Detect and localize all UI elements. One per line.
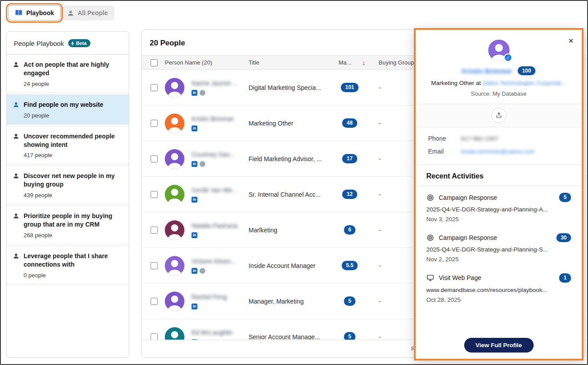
person-detail-panel-highlight: ✕ ✓ Kristin Brimmer 100 Marketing Other … — [414, 28, 584, 361]
tab-playbook[interactable]: Playbook — [8, 5, 61, 20]
person-name[interactable]: Kristin Brimmer — [192, 115, 249, 122]
row-checkbox[interactable] — [151, 298, 158, 305]
panel-actions-strip — [416, 104, 582, 127]
playbook-item-label: Discover net new people in my buying gro… — [24, 172, 122, 189]
email-label: Email — [428, 148, 461, 155]
social-icons: in — [192, 161, 249, 167]
secondary-profile-icon[interactable] — [200, 90, 205, 96]
person-icon — [13, 61, 19, 87]
person-title: Marlketing — [249, 227, 331, 234]
row-checkbox[interactable] — [151, 191, 158, 198]
playbook-sidebar: People Playbook Beta Act on people that … — [6, 31, 129, 358]
linkedin-icon[interactable]: in — [192, 304, 197, 309]
phone-label: Phone — [428, 135, 461, 142]
select-all-checkbox[interactable] — [151, 59, 158, 66]
person-title: Inside Account Manager — [249, 262, 331, 269]
row-checkbox[interactable] — [151, 262, 158, 269]
social-icons: in — [192, 126, 249, 131]
row-checkbox[interactable] — [151, 227, 158, 234]
buying-group-value: - — [368, 227, 381, 234]
row-checkbox[interactable] — [151, 120, 158, 127]
buying-group-value: - — [368, 262, 381, 269]
social-icons: in — [192, 232, 249, 238]
phone-value: 617-982-2367 — [461, 135, 498, 142]
person-detail-panel: ✕ ✓ Kristin Brimmer 100 Marketing Other … — [416, 30, 582, 359]
tab-all-people[interactable]: All People — [61, 5, 114, 20]
sidebar-header: People Playbook Beta — [7, 32, 129, 54]
secondary-profile-icon[interactable] — [200, 161, 205, 167]
engagement-score-badge: 5.5 — [342, 261, 358, 270]
secondary-profile-icon[interactable] — [200, 268, 205, 274]
playbook-item-count: 439 people — [24, 192, 122, 199]
close-icon[interactable]: ✕ — [568, 37, 574, 45]
linkedin-icon[interactable]: in — [192, 268, 197, 274]
playbook-item-count: 268 people — [24, 232, 122, 239]
playbook-item-count: 0 people — [24, 272, 122, 279]
person-name[interactable]: Ed McLaughlin — [192, 329, 249, 336]
row-checkbox[interactable] — [151, 155, 158, 162]
buying-group-value: - — [368, 120, 381, 127]
playbook-item-net-new-buying-group[interactable]: Discover net new people in my buying gro… — [7, 166, 129, 204]
app-root: Playbook All People People Playbook Beta… — [0, 0, 588, 365]
social-icons: in — [192, 90, 249, 96]
buying-group-value: - — [368, 155, 381, 162]
engagement-score-badge: 101 — [341, 83, 359, 92]
view-full-profile-button[interactable]: View Full Profile — [464, 338, 533, 353]
email-value[interactable]: kristin.brimmer@zebra.com — [461, 148, 535, 155]
buying-group-value: - — [368, 191, 381, 198]
company-link[interactable]: Zebra Technologies Corporati... — [482, 80, 566, 86]
engagement-score-badge: 5 — [344, 296, 356, 305]
activity-type: Campaign Response — [439, 234, 497, 241]
linkedin-icon[interactable]: in — [192, 126, 197, 131]
person-name[interactable]: Courtney Dan... — [192, 151, 249, 158]
linkedin-icon[interactable]: in — [192, 90, 197, 96]
export-button[interactable] — [491, 108, 506, 123]
playbook-item-count: 417 people — [24, 152, 122, 158]
recent-activities-title: Recent Activities — [416, 165, 582, 186]
activity-count-badge: 30 — [556, 233, 571, 242]
column-person-name[interactable]: Person Name (20) — [165, 59, 249, 66]
column-title[interactable]: Title — [249, 59, 331, 66]
person-icon — [13, 213, 19, 239]
linkedin-icon[interactable]: in — [192, 197, 197, 203]
activity-count-badge: 1 — [559, 273, 571, 282]
linkedin-icon[interactable]: in — [192, 232, 197, 238]
playbook-item-find-people-on-website[interactable]: Find people on my website 20 people — [7, 94, 129, 125]
person-name[interactable]: Natalia Pastrana — [192, 222, 249, 229]
engagement-score-badge: 48 — [342, 118, 357, 127]
avatar — [165, 78, 184, 97]
person-name[interactable]: Cecile Van We... — [192, 187, 249, 194]
column-buying-group[interactable]: Buying Group / — [368, 59, 417, 66]
playbook-item-highly-engaged[interactable]: Act on people that are highly engaged 24… — [7, 54, 129, 93]
playbook-item-label: Prioritize people in my buying group tha… — [24, 212, 122, 229]
linkedin-icon[interactable]: in — [192, 161, 197, 167]
avatar — [165, 114, 184, 133]
activity-item: Campaign Response 5 2025-Q4-VE-DGR-Strat… — [426, 187, 571, 227]
avatar — [165, 185, 184, 204]
column-match-score[interactable]: Ma... ↓ — [331, 59, 368, 66]
role-prefix: Marketing Other at — [431, 80, 483, 86]
avatar — [165, 256, 184, 276]
activities-list: Campaign Response 5 2025-Q4-VE-DGR-Strat… — [416, 186, 582, 308]
playbook-item-buying-group-in-crm[interactable]: Prioritize people in my buying group tha… — [7, 206, 129, 244]
activity-date: Oct 28, 2025 — [426, 296, 571, 303]
sort-desc-icon[interactable]: ↓ — [362, 59, 365, 66]
activity-detail: 2025-Q4-VE-DGR-Strategy-and-Planning-S..… — [426, 246, 571, 253]
person-name[interactable]: Karine Jazmin ... — [192, 80, 249, 87]
row-checkbox[interactable] — [151, 84, 158, 91]
activity-item: Campaign Response 30 2025-Q4-VE-DGR-Stra… — [426, 227, 571, 268]
person-name[interactable]: Kristin Brimmer — [462, 67, 512, 75]
panel-avatar-wrap: ✓ — [488, 40, 510, 61]
social-icons: in — [192, 304, 249, 309]
person-title: Sr. Internal Channel Acc... — [249, 191, 331, 198]
social-icons: in — [192, 197, 249, 203]
playbook-item-label: Act on people that are highly engaged — [24, 61, 122, 77]
playbook-item-shared-connections[interactable]: Leverage people that I share connections… — [7, 246, 129, 284]
person-title: Manager, Marketing — [249, 298, 331, 305]
tab-all-people-label: All People — [78, 9, 108, 16]
playbook-item-showing-intent[interactable]: Uncover recommended people showing inten… — [7, 126, 129, 165]
person-name[interactable]: Victoire Kliven... — [192, 258, 249, 265]
person-name[interactable]: Rachel Feng — [192, 293, 249, 300]
avatar — [165, 220, 184, 240]
engagement-score-badge: 6 — [344, 225, 356, 234]
